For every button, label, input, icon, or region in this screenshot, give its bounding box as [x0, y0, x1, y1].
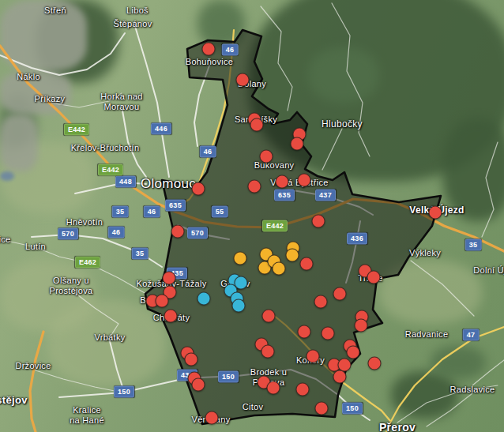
map-marker-cyan[interactable] [197, 292, 211, 306]
map-marker-red[interactable] [236, 73, 250, 87]
map-marker-red[interactable] [322, 327, 335, 340]
map-marker-red[interactable] [163, 272, 176, 285]
map-marker-red[interactable] [205, 411, 219, 425]
map-marker-red[interactable] [192, 378, 205, 392]
map-marker-red[interactable] [185, 353, 198, 366]
map-marker-red[interactable] [296, 383, 310, 396]
map-marker-red[interactable] [276, 175, 289, 189]
map-marker-red[interactable] [429, 206, 442, 220]
map-marker-red[interactable] [368, 357, 382, 370]
map-marker-red[interactable] [192, 182, 205, 196]
map-marker-red[interactable] [250, 118, 264, 132]
map-marker-red[interactable] [314, 295, 328, 309]
map-marker-cyan[interactable] [232, 299, 246, 313]
map-marker-red[interactable] [312, 215, 325, 228]
map-marker-red[interactable] [156, 295, 169, 308]
map-marker-red[interactable] [347, 346, 360, 359]
map-marker-red[interactable] [315, 402, 329, 415]
map-marker-red[interactable] [333, 287, 347, 301]
map-marker-red[interactable] [307, 350, 320, 363]
map-marker-orange[interactable] [234, 252, 247, 265]
map-marker-red[interactable] [291, 137, 304, 151]
map-marker-orange[interactable] [273, 262, 286, 276]
map-viewport[interactable]: 4644646448635465535635437570465703543543… [0, 0, 504, 432]
map-marker-red[interactable] [298, 325, 311, 339]
map-marker-red[interactable] [261, 345, 275, 359]
map-marker-red[interactable] [333, 370, 347, 384]
map-marker-red[interactable] [267, 381, 280, 395]
map-marker-orange[interactable] [286, 249, 299, 262]
map-marker-red[interactable] [202, 43, 216, 56]
map-marker-red[interactable] [300, 257, 314, 271]
map-marker-red[interactable] [248, 180, 261, 193]
map-marker-red[interactable] [262, 310, 276, 323]
map-marker-red[interactable] [260, 150, 273, 163]
map-marker-red[interactable] [171, 225, 185, 239]
marker-layer [0, 0, 504, 432]
map-marker-red[interactable] [164, 310, 178, 323]
map-marker-red[interactable] [367, 271, 381, 284]
map-marker-red[interactable] [298, 174, 311, 187]
map-marker-red[interactable] [355, 319, 368, 332]
